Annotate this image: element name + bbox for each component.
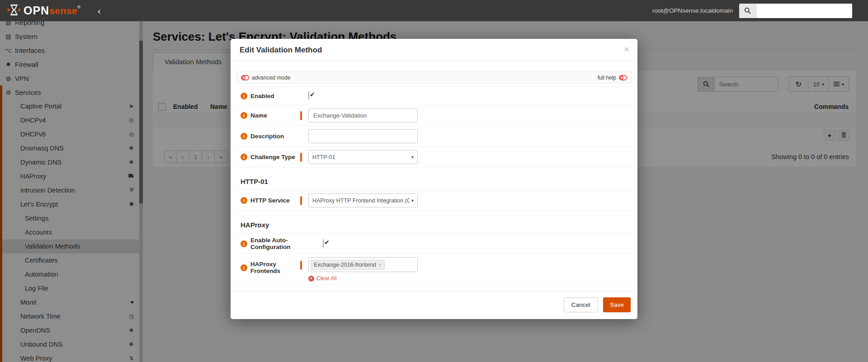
challenge-type-label: Challenge Type	[250, 154, 295, 160]
edit-validation-method-dialog: Edit Validation Method × advanced mode f…	[231, 39, 637, 319]
info-icon[interactable]: i	[241, 197, 247, 204]
field-label: i Name	[241, 112, 300, 119]
required-marker	[300, 153, 302, 162]
required-marker	[300, 111, 302, 120]
field-control: HAProxy HTTP Frontend Integration (OPNse…	[308, 193, 418, 207]
description-label: Description	[250, 133, 284, 140]
clear-all-label: Clear All	[316, 275, 337, 282]
close-icon[interactable]: ×	[624, 44, 629, 55]
field-label: i HAProxy Frontends	[241, 261, 300, 274]
description-input[interactable]	[308, 129, 418, 143]
field-control	[323, 240, 432, 248]
auto-configuration-checkbox[interactable]	[323, 239, 324, 248]
advanced-mode-control: advanced mode	[241, 75, 290, 81]
required-marker-wrap	[300, 153, 308, 162]
toggle-off-icon[interactable]	[241, 75, 249, 80]
field-control	[308, 129, 418, 143]
http-service-label: HTTP Service	[250, 197, 290, 204]
frontend-token: Exchange-2016-frontend ×	[311, 260, 385, 270]
full-help-control: full help	[598, 75, 627, 81]
form: i Enabled i Name i	[236, 86, 632, 168]
field-label: i Challenge Type	[241, 154, 300, 160]
required-marker-wrap	[300, 111, 308, 120]
advanced-mode-label: advanced mode	[252, 75, 290, 81]
form-row-http-service: i HTTP Service HAProxy HTTP Frontend Int…	[236, 190, 632, 211]
info-icon[interactable]: i	[241, 154, 247, 160]
global-search-input[interactable]	[756, 4, 852, 18]
topbar: OPNsense® ‹ root@OPNsense.localdomain	[0, 0, 868, 21]
field-control: HTTP-01 ▾	[308, 150, 418, 164]
info-icon[interactable]: i	[241, 112, 247, 119]
required-marker	[300, 261, 302, 270]
search-icon	[739, 4, 756, 18]
opnsense-logo[interactable]: OPNsense®	[7, 3, 80, 19]
form-row-haproxy-frontends: i HAProxy Frontends Exchange-2016-fronte…	[236, 254, 632, 285]
global-search	[739, 4, 852, 18]
required-marker	[300, 196, 302, 205]
field-control: Exchange-2016-frontend × × Clear All	[308, 257, 418, 282]
info-icon[interactable]: i	[241, 264, 247, 271]
required-marker-wrap	[300, 196, 308, 205]
form-row-description: i Description	[236, 126, 632, 147]
challenge-type-select[interactable]: HTTP-01 ▾	[308, 150, 418, 164]
haproxy-frontends-label: HAProxy Frontends	[250, 261, 300, 274]
info-icon[interactable]: i	[241, 133, 247, 140]
topbar-right: root@OPNsense.localdomain	[652, 4, 868, 18]
section-heading-http01: HTTP-01	[236, 178, 632, 185]
info-icon[interactable]: i	[241, 240, 247, 247]
help-mode-bar: advanced mode full help	[236, 71, 632, 84]
name-input[interactable]	[308, 108, 418, 122]
toggle-off-icon[interactable]	[619, 75, 627, 80]
caret-down-icon: ▾	[411, 155, 414, 160]
enabled-checkbox[interactable]	[308, 91, 309, 100]
form-row-name: i Name	[236, 105, 632, 126]
save-button[interactable]: Save	[603, 297, 631, 312]
field-control	[308, 92, 418, 100]
sidebar-collapse-icon[interactable]: ‹	[98, 6, 101, 15]
field-label: i Description	[241, 133, 300, 140]
frontend-token-label: Exchange-2016-frontend	[314, 262, 376, 268]
dialog-header: Edit Validation Method ×	[231, 39, 637, 61]
field-control	[308, 108, 418, 122]
full-help-label: full help	[598, 75, 616, 81]
field-label: i Enable Auto-Configuration	[241, 237, 323, 250]
enabled-label: Enabled	[250, 93, 274, 99]
logged-in-user: root@OPNsense.localdomain	[652, 7, 733, 14]
dialog-footer: Cancel Save	[231, 291, 637, 319]
brand-text-sense: sense	[49, 5, 77, 16]
form-row-enabled: i Enabled	[236, 86, 632, 105]
http-service-value: HAProxy HTTP Frontend Integration (OPNse…	[312, 197, 410, 204]
field-label: i Enabled	[241, 93, 300, 99]
section-heading-haproxy: HAProxy	[236, 221, 632, 229]
clear-all-button[interactable]: × Clear All	[308, 275, 418, 282]
challenge-type-value: HTTP-01	[312, 154, 410, 160]
caret-down-icon: ▾	[411, 198, 414, 203]
name-label: Name	[250, 112, 267, 119]
info-icon[interactable]: i	[241, 93, 247, 99]
required-marker-wrap	[300, 261, 308, 270]
auto-configuration-label: Enable Auto-Configuration	[250, 237, 323, 250]
dialog-body: advanced mode full help i Enabled	[231, 61, 637, 285]
form-row-auto-configuration: i Enable Auto-Configuration	[236, 233, 632, 254]
form-row-challenge-type: i Challenge Type HTTP-01 ▾	[236, 147, 632, 168]
hourglass-logo-icon	[7, 3, 21, 19]
cancel-button[interactable]: Cancel	[564, 297, 598, 312]
brand-text-opn: OPN	[24, 4, 49, 17]
brand-registered-mark: ®	[77, 5, 80, 9]
remove-token-icon[interactable]: ×	[379, 262, 382, 268]
haproxy-frontends-multiselect[interactable]: Exchange-2016-frontend ×	[308, 257, 418, 272]
field-label: i HTTP Service	[241, 197, 300, 204]
circle-x-icon: ×	[308, 276, 314, 282]
dialog-title: Edit Validation Method	[240, 46, 322, 54]
http-service-select[interactable]: HAProxy HTTP Frontend Integration (OPNse…	[308, 193, 418, 207]
